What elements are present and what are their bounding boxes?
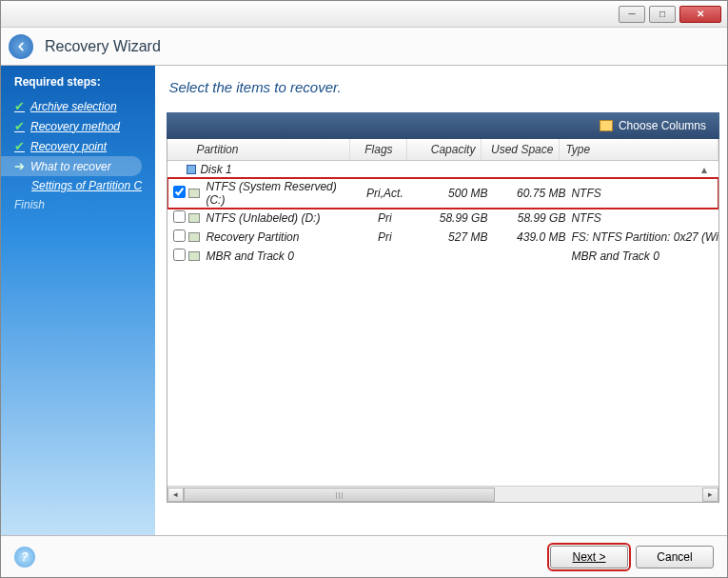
header: Recovery Wizard — [1, 28, 727, 66]
check-icon: ✔ — [14, 139, 25, 153]
row-checkbox[interactable] — [173, 210, 186, 223]
check-icon: ✔ — [14, 119, 25, 133]
row-flags: Pri — [356, 211, 413, 225]
back-arrow-icon — [14, 40, 28, 53]
table-row[interactable]: NTFS (System Reserved) (C:) Pri,Act. 500… — [167, 178, 718, 209]
row-used: 439.0 MB — [487, 230, 565, 244]
row-name: MBR and Track 0 — [206, 249, 356, 263]
wizard-title: Recovery Wizard — [45, 38, 161, 55]
sidebar-heading: Required steps: — [14, 75, 155, 89]
step-archive-selection[interactable]: ✔ Archive selection — [14, 96, 155, 116]
arrow-icon: ➔ — [14, 159, 25, 173]
sidebar: Required steps: ✔ Archive selection ✔ Re… — [1, 66, 155, 535]
row-capacity: 500 MB — [413, 187, 487, 200]
cancel-button[interactable]: Cancel — [636, 546, 714, 568]
scroll-left-button[interactable]: ◂ — [167, 488, 184, 502]
row-used: 60.75 MB — [487, 187, 565, 200]
partition-icon — [188, 189, 200, 198]
choose-columns-button[interactable]: Choose Columns — [600, 119, 706, 132]
col-partition[interactable]: Partition — [167, 139, 350, 160]
step-what-to-recover: ➔ What to recover — [1, 156, 142, 176]
partition-table: Partition Flags Capacity Used Space Type… — [167, 139, 719, 503]
row-flags: Pri — [356, 230, 413, 244]
back-button[interactable] — [9, 34, 33, 59]
table-row[interactable]: Recovery Partition Pri 527 MB 439.0 MB F… — [167, 228, 718, 247]
check-icon: ✔ — [14, 99, 25, 113]
step-finish: Finish — [14, 195, 155, 214]
step-label: Recovery point — [30, 140, 107, 153]
row-name: Recovery Partition — [206, 230, 356, 244]
step-recovery-method[interactable]: ✔ Recovery method — [14, 116, 155, 136]
next-button[interactable]: Next > — [550, 546, 628, 568]
row-capacity: 58.99 GB — [413, 211, 487, 225]
table-row[interactable]: MBR and Track 0 MBR and Track 0 — [167, 247, 718, 266]
collapse-icon[interactable]: ▴ — [701, 163, 707, 176]
row-checkbox[interactable] — [173, 249, 186, 261]
partition-icon — [188, 251, 200, 261]
content-area: Select the items to recover. Choose Colu… — [155, 66, 727, 535]
row-flags: Pri,Act. — [356, 187, 413, 200]
minimize-button[interactable]: ─ — [619, 6, 645, 23]
step-label: Archive selection — [30, 100, 117, 113]
col-used[interactable]: Used Space — [482, 139, 560, 160]
row-used: 58.99 GB — [487, 211, 565, 225]
help-button[interactable]: ? — [14, 547, 35, 568]
step-label: Recovery method — [30, 120, 120, 133]
row-type: FS: NTFS Partition: 0x27 (Wi — [565, 230, 718, 244]
row-name: NTFS (Unlabeled) (D:) — [206, 211, 356, 225]
scroll-thumb[interactable]: ||| — [184, 488, 495, 502]
row-type: MBR and Track 0 — [565, 249, 718, 263]
scroll-track[interactable]: ||| — [184, 488, 702, 502]
choose-columns-label: Choose Columns — [619, 119, 706, 132]
footer: ? Next > Cancel — [1, 535, 727, 577]
col-capacity[interactable]: Capacity — [407, 139, 482, 160]
disk-row[interactable]: Disk 1 ▴ — [167, 161, 718, 178]
close-button[interactable]: ✕ — [679, 6, 721, 23]
table-header: Partition Flags Capacity Used Space Type — [167, 139, 718, 161]
step-label: Settings of Partition C — [31, 179, 142, 192]
col-flags[interactable]: Flags — [350, 139, 407, 160]
titlebar: ─ □ ✕ — [1, 1, 727, 28]
step-recovery-point[interactable]: ✔ Recovery point — [14, 136, 155, 156]
scroll-right-button[interactable]: ▸ — [702, 488, 718, 502]
row-type: NTFS — [565, 211, 718, 225]
table-body: Disk 1 ▴ NTFS (System Reserved) (C:) Pri… — [167, 161, 718, 266]
horizontal-scrollbar[interactable]: ◂ ||| ▸ — [167, 486, 718, 502]
content-title: Select the items to recover. — [168, 79, 719, 95]
step-label: What to recover — [30, 160, 111, 173]
row-capacity: 527 MB — [413, 230, 487, 244]
partition-icon — [188, 232, 200, 242]
maximize-button[interactable]: □ — [649, 6, 676, 23]
table-row[interactable]: NTFS (Unlabeled) (D:) Pri 58.99 GB 58.99… — [167, 209, 718, 228]
col-type[interactable]: Type — [560, 139, 718, 160]
row-name: NTFS (System Reserved) (C:) — [206, 180, 356, 207]
row-type: NTFS — [565, 187, 718, 200]
disk-label: Disk 1 — [200, 163, 701, 176]
step-settings-partition-c[interactable]: Settings of Partition C — [31, 176, 155, 195]
disk-icon — [187, 165, 196, 174]
step-label: Finish — [14, 198, 45, 211]
partition-icon — [188, 213, 200, 223]
row-checkbox[interactable] — [173, 186, 186, 198]
toolbar: Choose Columns — [167, 112, 719, 139]
row-checkbox[interactable] — [173, 229, 186, 242]
columns-icon — [600, 120, 613, 131]
